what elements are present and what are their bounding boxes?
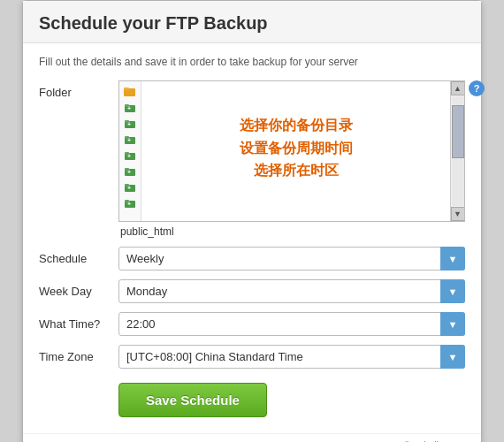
weekday-row: Week Day Monday Tuesday Wednesday Thursd… (39, 279, 465, 303)
time-select[interactable]: 00:00 01:00 22:00 23:00 (118, 312, 465, 336)
scroll-up-btn[interactable]: ▲ (451, 81, 465, 95)
copyright: ©cmhello.com (23, 433, 481, 442)
time-control: 00:00 01:00 22:00 23:00 ▼ (118, 312, 465, 336)
folder-control: + + (118, 80, 465, 238)
svg-text:+: + (127, 201, 131, 207)
timezone-select-wrapper: [UTC+08:00] China Standard Time [UTC+00:… (118, 345, 465, 369)
help-icon[interactable]: ? (469, 80, 485, 96)
folder-content: 选择你的备份目录 设置备份周期时间 选择所在时区 (141, 81, 450, 221)
schedule-control: Weekly Daily Monthly ▼ (118, 247, 465, 271)
weekday-control: Monday Tuesday Wednesday Thursday Friday… (118, 279, 465, 303)
folder-icon-1[interactable]: + (123, 101, 137, 115)
time-select-wrapper: 00:00 01:00 22:00 23:00 ▼ (118, 312, 465, 336)
folder-icon-2[interactable]: + (123, 117, 137, 131)
save-row: Save Schedule (39, 383, 465, 417)
folder-selected-label: public_html (118, 225, 465, 238)
schedule-row: Schedule Weekly Daily Monthly ▼ (39, 247, 465, 271)
timezone-label: Time Zone (39, 345, 118, 363)
timezone-row: Time Zone [UTC+08:00] China Standard Tim… (39, 345, 465, 369)
folder-icon-7[interactable]: + (123, 196, 137, 210)
timezone-select[interactable]: [UTC+08:00] China Standard Time [UTC+00:… (118, 345, 465, 369)
svg-text:+: + (127, 121, 131, 127)
folder-icon-top[interactable] (123, 85, 137, 99)
window-body: Fill out the details and save it in orde… (23, 43, 481, 433)
overlay-line1: 选择你的备份目录 (240, 114, 353, 137)
window-title-area: Schedule your FTP Backup (23, 1, 481, 43)
folder-row: Folder (39, 80, 465, 238)
scroll-track (452, 96, 464, 206)
svg-text:+: + (127, 185, 131, 191)
folder-scrollbar[interactable]: ▲ ▼ (450, 81, 464, 221)
weekday-select[interactable]: Monday Tuesday Wednesday Thursday Friday… (118, 279, 465, 303)
scroll-thumb[interactable] (452, 105, 464, 158)
folder-tree[interactable]: + + (118, 80, 465, 222)
page-title: Schedule your FTP Backup (39, 13, 465, 34)
save-schedule-button[interactable]: Save Schedule (118, 383, 267, 417)
folder-label: Folder (39, 80, 118, 99)
time-row: What Time? 00:00 01:00 22:00 23:00 ▼ (39, 312, 465, 336)
svg-text:+: + (127, 153, 131, 159)
time-label: What Time? (39, 312, 118, 331)
folder-icon-4[interactable]: + (123, 149, 137, 163)
subtitle: Fill out the details and save it in orde… (39, 56, 465, 68)
schedule-label: Schedule (39, 247, 118, 265)
weekday-select-wrapper: Monday Tuesday Wednesday Thursday Friday… (118, 279, 465, 303)
svg-text:+: + (127, 137, 131, 143)
folder-icons-col: + + (119, 81, 141, 221)
scroll-down-btn[interactable]: ▼ (451, 207, 465, 221)
folder-icon-3[interactable]: + (123, 133, 137, 147)
svg-rect-1 (124, 88, 129, 90)
overlay-line2: 设置备份周期时间 (240, 136, 353, 159)
schedule-select[interactable]: Weekly Daily Monthly (118, 247, 465, 271)
weekday-label: Week Day (39, 279, 118, 298)
folder-icon-6[interactable]: + (123, 180, 137, 194)
folder-overlay: 选择你的备份目录 设置备份周期时间 选择所在时区 (240, 114, 353, 182)
overlay-line3: 选择所在时区 (240, 159, 353, 182)
folder-icon-5[interactable]: + (123, 164, 137, 179)
svg-text:+: + (127, 105, 131, 111)
schedule-select-wrapper: Weekly Daily Monthly ▼ (118, 247, 465, 271)
timezone-control: [UTC+08:00] China Standard Time [UTC+00:… (118, 345, 465, 369)
svg-text:+: + (127, 169, 131, 175)
main-window: Schedule your FTP Backup Fill out the de… (22, 0, 482, 442)
